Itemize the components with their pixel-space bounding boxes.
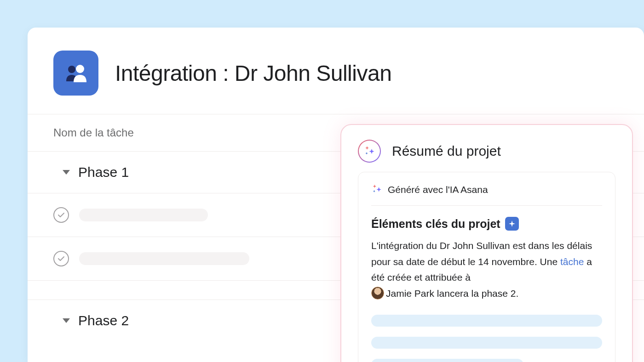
sparkle-badge-icon — [505, 217, 519, 231]
task-link[interactable]: tâche — [560, 256, 584, 267]
svg-point-0 — [68, 66, 75, 73]
summary-body: Généré avec l'IA Asana Éléments clés du … — [358, 172, 615, 362]
project-title: Intégration : Dr John Sullivan — [115, 61, 391, 86]
section-title: Phase 2 — [78, 313, 129, 328]
task-name-column-label: Nom de la tâche — [53, 126, 134, 139]
generated-by-label: Généré avec l'IA Asana — [388, 184, 488, 195]
generated-by-row: Généré avec l'IA Asana — [371, 183, 602, 206]
key-elements-title: Éléments clés du projet — [371, 217, 500, 231]
complete-task-circle[interactable] — [53, 251, 69, 266]
complete-task-circle[interactable] — [53, 207, 69, 223]
project-summary-panel: Résumé du projet Généré avec l'IA Asana … — [340, 124, 633, 362]
summary-placeholder-lines — [371, 315, 602, 362]
section-title: Phase 1 — [78, 164, 129, 180]
ai-sparkle-icon — [371, 183, 382, 196]
ai-sparkle-icon — [358, 140, 381, 163]
chevron-down-icon — [63, 170, 70, 175]
summary-text: L'intégration du Dr John Sullivan est da… — [371, 238, 602, 302]
svg-point-1 — [76, 65, 84, 73]
key-elements-heading: Éléments clés du projet — [371, 206, 602, 238]
task-placeholder — [79, 209, 208, 221]
avatar — [371, 287, 384, 300]
chevron-down-icon — [63, 318, 70, 323]
task-placeholder — [79, 252, 249, 265]
summary-header: Résumé du projet — [341, 140, 632, 172]
project-icon — [53, 51, 98, 96]
project-header: Intégration : Dr John Sullivan — [28, 28, 644, 114]
summary-title: Résumé du projet — [392, 143, 501, 159]
project-window: Intégration : Dr John Sullivan Nom de la… — [28, 28, 644, 362]
